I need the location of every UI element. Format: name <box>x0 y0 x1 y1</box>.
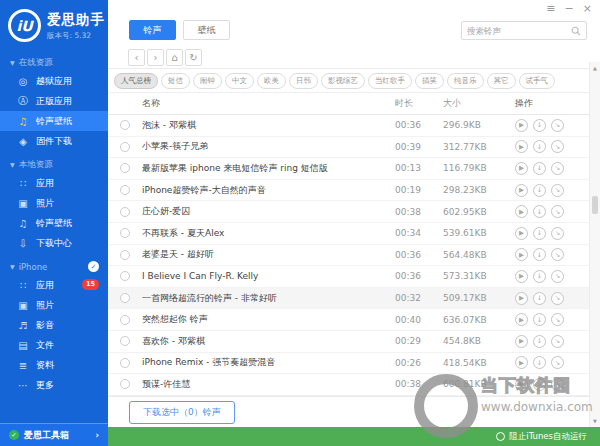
category-pill[interactable]: 当红歌手 <box>368 73 412 89</box>
import-button[interactable]: ↘ <box>551 335 564 348</box>
menu-icon[interactable]: ≡ <box>546 3 555 14</box>
download-selected-button[interactable]: 下载选中（0）铃声 <box>129 401 235 424</box>
category-pill[interactable]: 中文 <box>225 73 254 89</box>
row-checkbox[interactable] <box>120 228 130 238</box>
table-row[interactable]: 突然想起你 铃声00:40636.07KB▶↓↘ <box>108 309 589 331</box>
tab-ringtone[interactable]: 铃声 <box>129 20 176 40</box>
sidebar-item-2-4[interactable]: ≣资料 <box>0 355 108 375</box>
category-pill[interactable]: 影视综艺 <box>321 73 365 89</box>
play-button[interactable]: ▶ <box>515 140 528 153</box>
category-pill[interactable]: 闹钟 <box>193 73 222 89</box>
import-button[interactable]: ↘ <box>551 270 564 283</box>
category-pill[interactable]: 日韩 <box>289 73 318 89</box>
play-button[interactable]: ▶ <box>515 313 528 326</box>
scrollbar-thumb[interactable] <box>592 196 598 214</box>
sidebar-item-2-1[interactable]: ▣照片 <box>0 295 108 315</box>
close-icon[interactable]: × <box>583 3 592 14</box>
row-checkbox[interactable] <box>120 315 130 325</box>
search-box[interactable] <box>461 21 587 40</box>
download-button[interactable]: ↓ <box>533 205 546 218</box>
row-checkbox[interactable] <box>120 163 130 173</box>
table-row[interactable]: I Believe I Can Fly-R. Kelly00:36573.31K… <box>108 266 589 288</box>
table-row[interactable]: 不再联系 - 夏天Alex00:34539.61KB▶↓↘ <box>108 223 589 245</box>
home-button[interactable]: ⌂ <box>166 49 183 66</box>
sidebar-section-header-1[interactable]: ▼本地资源 <box>0 156 108 173</box>
table-row[interactable]: 小苹果-筷子兄弟00:39312.77KB▶↓↘ <box>108 137 589 159</box>
import-button[interactable]: ↘ <box>551 292 564 305</box>
play-button[interactable]: ▶ <box>515 292 528 305</box>
import-button[interactable]: ↘ <box>551 184 564 197</box>
import-button[interactable]: ↘ <box>551 205 564 218</box>
download-button[interactable]: ↓ <box>533 378 546 391</box>
row-checkbox[interactable] <box>120 358 130 368</box>
download-button[interactable]: ↓ <box>533 140 546 153</box>
sidebar-item-0-1[interactable]: Ⓐ正版应用 <box>0 91 108 111</box>
play-button[interactable]: ▶ <box>515 119 528 132</box>
forward-button[interactable]: › <box>147 49 164 66</box>
download-button[interactable]: ↓ <box>533 184 546 197</box>
play-button[interactable]: ▶ <box>515 227 528 240</box>
back-button[interactable]: ‹ <box>128 49 145 66</box>
row-checkbox[interactable] <box>120 379 130 389</box>
download-button[interactable]: ↓ <box>533 248 546 261</box>
import-button[interactable]: ↘ <box>551 227 564 240</box>
category-pill[interactable]: 短信 <box>161 73 190 89</box>
category-pill[interactable]: 搞笑 <box>415 73 444 89</box>
sidebar-item-1-0[interactable]: ∷应用 <box>0 173 108 193</box>
row-checkbox[interactable] <box>120 250 130 260</box>
sidebar-item-2-2[interactable]: ♬影音 <box>0 315 108 335</box>
download-button[interactable]: ↓ <box>533 119 546 132</box>
play-button[interactable]: ▶ <box>515 184 528 197</box>
download-button[interactable]: ↓ <box>533 292 546 305</box>
minimize-icon[interactable]: − <box>565 3 574 14</box>
table-row[interactable]: 老婆是天 - 超好听00:36564.48KB▶↓↘ <box>108 245 589 267</box>
scroll-up-icon[interactable]: ▲ <box>590 65 600 71</box>
row-checkbox[interactable] <box>120 271 130 281</box>
block-itunes-checkbox[interactable] <box>496 432 505 441</box>
sidebar-section-header-2[interactable]: ▼iPhone✓ <box>0 258 108 275</box>
download-button[interactable]: ↓ <box>533 162 546 175</box>
table-row[interactable]: 泡沫 - 邓紫棋00:36296.9KB▶↓↘ <box>108 115 589 137</box>
row-checkbox[interactable] <box>120 185 130 195</box>
play-button[interactable]: ▶ <box>515 270 528 283</box>
table-row[interactable]: 预谋-许佳慧00:38600.81KB▶↓↘ <box>108 374 589 396</box>
toolbox-bar[interactable]: ✓ 爱思工具箱 › <box>0 423 108 446</box>
row-checkbox[interactable] <box>120 207 130 217</box>
search-input[interactable] <box>467 26 571 36</box>
sidebar-item-2-3[interactable]: ▤文件 <box>0 335 108 355</box>
sidebar-item-2-0[interactable]: ∷应用15 <box>0 275 108 295</box>
row-checkbox[interactable] <box>120 120 130 130</box>
download-button[interactable]: ↓ <box>533 227 546 240</box>
download-button[interactable]: ↓ <box>533 356 546 369</box>
row-checkbox[interactable] <box>120 336 130 346</box>
download-button[interactable]: ↓ <box>533 335 546 348</box>
search-icon[interactable] <box>571 26 581 36</box>
scrollbar[interactable]: ▲ ▼ <box>589 62 600 427</box>
play-button[interactable]: ▶ <box>515 205 528 218</box>
sidebar-item-1-3[interactable]: ⇩下载中心 <box>0 233 108 253</box>
category-pill[interactable]: 其它 <box>487 73 516 89</box>
row-checkbox[interactable] <box>120 293 130 303</box>
category-pill[interactable]: 试手气 <box>519 73 556 89</box>
import-button[interactable]: ↘ <box>551 313 564 326</box>
table-row[interactable]: iPhone Remix - 强节奏超赞混音00:26418.54KB▶↓↘ <box>108 353 589 375</box>
table-row[interactable]: 喜欢你 - 邓紫棋00:29454.8KB▶↓↘ <box>108 331 589 353</box>
table-row[interactable]: iPhone超赞铃声-大自然的声音00:19298.23KB▶↓↘ <box>108 180 589 202</box>
import-button[interactable]: ↘ <box>551 140 564 153</box>
play-button[interactable]: ▶ <box>515 356 528 369</box>
sidebar-item-1-2[interactable]: ♫铃声壁纸 <box>0 213 108 233</box>
sidebar-item-0-2[interactable]: ♫铃声壁纸 <box>0 111 108 131</box>
play-button[interactable]: ▶ <box>515 378 528 391</box>
tab-wallpaper[interactable]: 壁纸 <box>183 20 230 40</box>
download-button[interactable]: ↓ <box>533 313 546 326</box>
row-checkbox[interactable] <box>120 142 130 152</box>
sidebar-section-header-0[interactable]: ▼在线资源 <box>0 54 108 71</box>
import-button[interactable]: ↘ <box>551 248 564 261</box>
scroll-down-icon[interactable]: ▼ <box>590 418 600 424</box>
play-button[interactable]: ▶ <box>515 162 528 175</box>
import-button[interactable]: ↘ <box>551 162 564 175</box>
download-button[interactable]: ↓ <box>533 270 546 283</box>
import-button[interactable]: ↘ <box>551 119 564 132</box>
play-button[interactable]: ▶ <box>515 335 528 348</box>
category-pill[interactable]: 人气总榜 <box>114 73 158 89</box>
